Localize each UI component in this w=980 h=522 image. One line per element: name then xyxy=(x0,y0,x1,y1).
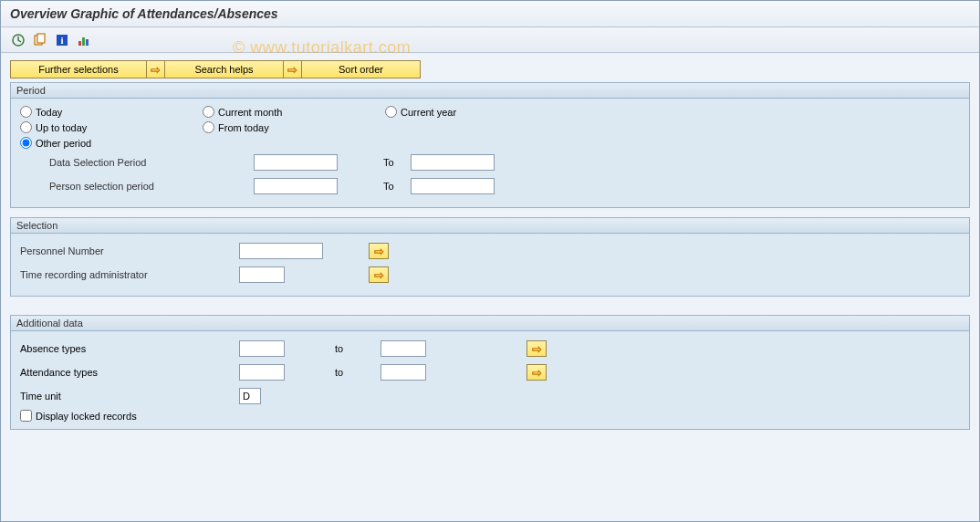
period-group: Period Today Current month Current year … xyxy=(10,82,970,208)
svg-rect-6 xyxy=(82,37,85,46)
data-selection-period-label: Data Selection Period xyxy=(35,157,254,168)
svg-rect-5 xyxy=(78,41,81,46)
attendance-types-label: Attendance types xyxy=(20,367,239,378)
person-selection-to-input[interactable] xyxy=(411,178,495,194)
radio-other-period[interactable]: Other period xyxy=(20,137,203,149)
additional-data-group-title: Additional data xyxy=(11,316,969,331)
to-label: to xyxy=(335,343,381,354)
display-locked-checkbox[interactable] xyxy=(20,410,32,422)
sort-order-button[interactable]: Sort order xyxy=(302,60,421,78)
arrow-right-icon: ⇨ xyxy=(374,268,384,282)
radio-today[interactable]: Today xyxy=(20,106,203,118)
selection-group-title: Selection xyxy=(11,218,969,234)
variant-icon[interactable] xyxy=(32,32,48,48)
search-helps-arrow-icon[interactable]: ⇨ xyxy=(147,60,165,78)
data-selection-from-input[interactable] xyxy=(254,154,338,171)
content-area: Further selections ⇨ Search helps ⇨ Sort… xyxy=(1,53,979,522)
radio-current-year[interactable]: Current year xyxy=(385,106,568,118)
execute-icon[interactable] xyxy=(10,32,26,48)
absence-types-multi-button[interactable]: ⇨ xyxy=(526,340,547,357)
additional-data-group: Additional data Absence types to ⇨ Atten… xyxy=(10,315,970,430)
to-label: To xyxy=(383,181,411,192)
to-label: to xyxy=(335,367,381,378)
radio-up-to-today-label: Up to today xyxy=(36,122,87,133)
absence-types-to-input[interactable] xyxy=(381,340,426,357)
to-label: To xyxy=(383,157,411,168)
selection-group: Selection Personnel Number ⇨ Time record… xyxy=(10,217,970,297)
radio-current-month[interactable]: Current month xyxy=(203,106,385,118)
radio-current-month-label: Current month xyxy=(218,107,282,118)
time-unit-input[interactable] xyxy=(239,388,261,404)
radio-from-today[interactable]: From today xyxy=(203,121,385,133)
sort-order-arrow-icon[interactable]: ⇨ xyxy=(284,60,302,78)
time-admin-label: Time recording administrator xyxy=(20,269,239,280)
page-title: Overview Graphic of Attendances/Absences xyxy=(1,1,979,27)
data-selection-to-input[interactable] xyxy=(411,154,495,171)
absence-types-from-input[interactable] xyxy=(239,340,285,357)
time-unit-label: Time unit xyxy=(20,391,239,402)
further-selections-button[interactable]: Further selections xyxy=(10,60,147,78)
search-helps-button[interactable]: Search helps xyxy=(165,60,284,78)
info-icon[interactable]: i xyxy=(54,32,70,48)
personnel-number-label: Personnel Number xyxy=(20,245,239,256)
svg-rect-2 xyxy=(37,34,45,43)
radio-current-year-label: Current year xyxy=(401,107,456,118)
radio-other-period-label: Other period xyxy=(36,138,91,149)
time-admin-multi-button[interactable]: ⇨ xyxy=(369,266,389,283)
person-selection-from-input[interactable] xyxy=(254,178,338,194)
time-admin-input[interactable] xyxy=(239,266,285,283)
chart-icon[interactable] xyxy=(76,32,92,48)
arrow-right-icon: ⇨ xyxy=(532,366,542,380)
svg-rect-7 xyxy=(86,39,89,46)
radio-up-to-today[interactable]: Up to today xyxy=(20,121,203,133)
attendance-types-from-input[interactable] xyxy=(239,364,285,381)
personnel-number-multi-button[interactable]: ⇨ xyxy=(369,243,389,259)
toolbar: i xyxy=(1,27,979,53)
attendance-types-multi-button[interactable]: ⇨ xyxy=(526,364,547,381)
period-group-title: Period xyxy=(11,83,969,99)
display-locked-label: Display locked records xyxy=(36,411,137,422)
radio-today-label: Today xyxy=(36,107,62,118)
absence-types-label: Absence types xyxy=(20,343,239,354)
radio-from-today-label: From today xyxy=(218,122,269,133)
attendance-types-to-input[interactable] xyxy=(381,364,426,381)
personnel-number-input[interactable] xyxy=(239,243,323,259)
selection-buttons: Further selections ⇨ Search helps ⇨ Sort… xyxy=(10,60,970,78)
svg-text:i: i xyxy=(60,35,63,46)
arrow-right-icon: ⇨ xyxy=(374,245,384,258)
arrow-right-icon: ⇨ xyxy=(532,342,542,356)
person-selection-period-label: Person selection period xyxy=(35,181,254,192)
